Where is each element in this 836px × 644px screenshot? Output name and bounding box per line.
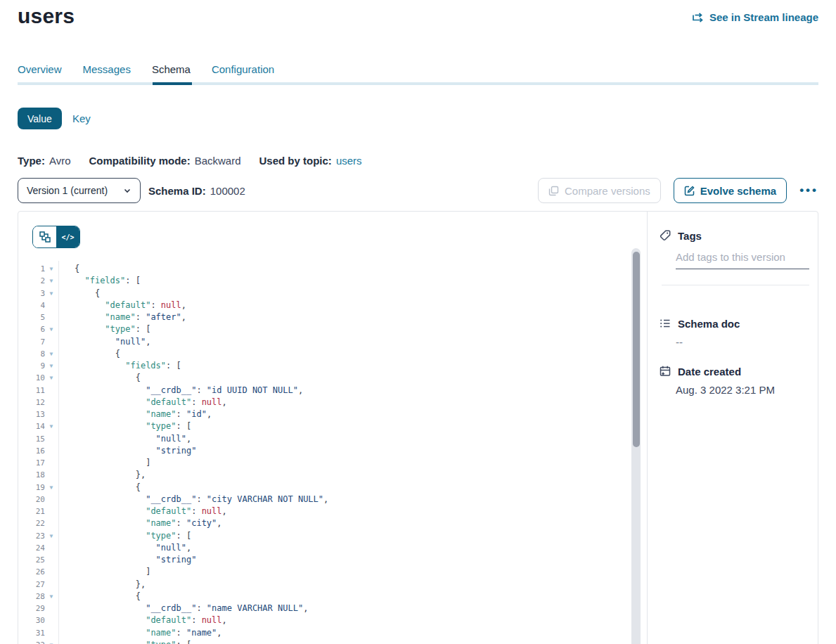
code-text: "type": [ (58, 420, 191, 432)
fold-toggle-icon[interactable]: ▼ (45, 591, 58, 603)
fold-toggle-icon (45, 433, 58, 445)
compare-versions-label: Compare versions (565, 185, 650, 197)
key-toggle-button[interactable]: Key (72, 112, 91, 124)
code-view-button[interactable]: </> (56, 226, 79, 247)
fold-toggle-icon (45, 336, 58, 348)
code-line: 21 "default": null, (18, 505, 629, 517)
line-number: 13 (18, 408, 45, 420)
code-line: 25 "string" (18, 554, 629, 566)
line-number: 15 (18, 433, 45, 445)
fold-toggle-icon[interactable]: ▼ (45, 482, 58, 494)
line-number: 18 (18, 469, 45, 481)
fold-toggle-icon[interactable]: ▼ (45, 288, 58, 300)
fold-toggle-icon (45, 311, 58, 323)
fold-toggle-icon (45, 397, 58, 408)
fold-toggle-icon (45, 554, 58, 566)
schema-code-editor[interactable]: 1▼{2▼ "fields": [3▼ {4 "default": null,5… (18, 263, 629, 644)
edit-icon (684, 186, 695, 196)
line-number: 6 (18, 323, 45, 335)
line-number: 25 (18, 554, 45, 566)
schema-panel: </> 1▼{2▼ "fields": [3▼ {4 "default": nu… (18, 211, 818, 644)
fold-toggle-icon[interactable]: ▼ (45, 323, 58, 335)
fold-toggle-icon[interactable]: ▼ (45, 348, 58, 360)
fold-toggle-icon (45, 408, 58, 420)
code-text: ] (58, 457, 150, 469)
topic-link[interactable]: users (336, 155, 362, 167)
add-tags-input[interactable] (676, 248, 809, 269)
evolve-schema-button[interactable]: Evolve schema (674, 178, 787, 203)
version-select[interactable]: Version 1 (current) (18, 178, 141, 203)
code-line: 10▼ { (18, 372, 629, 384)
code-line: 20 "__crdb__": "city VARCHAR NOT NULL", (18, 494, 629, 505)
line-number: 31 (18, 627, 45, 639)
code-text: "default": null, (58, 505, 227, 517)
code-text: }, (58, 579, 146, 591)
fold-toggle-icon[interactable]: ▼ (45, 372, 58, 384)
code-text: "__crdb__": "id UUID NOT NULL", (58, 385, 303, 397)
code-text: { (58, 288, 100, 300)
editor-scrollbar-thumb[interactable] (633, 252, 640, 447)
tab-configuration[interactable]: Configuration (212, 63, 274, 84)
code-line: 14▼ "type": [ (18, 420, 629, 432)
code-text: { (58, 372, 141, 384)
line-number: 10 (18, 372, 45, 384)
compatibility-value: Backward (195, 155, 241, 167)
code-text: "type": [ (58, 639, 191, 644)
code-text: "name": "city", (58, 517, 222, 529)
fold-toggle-icon (45, 579, 58, 591)
fold-toggle-icon[interactable]: ▼ (45, 530, 58, 542)
tree-diagram-icon (39, 231, 51, 243)
code-text: ] (58, 566, 150, 578)
compare-versions-button[interactable]: Compare versions (538, 178, 661, 203)
tab-messages[interactable]: Messages (83, 63, 131, 84)
stream-lineage-link[interactable]: See in Stream lineage (693, 11, 818, 23)
compatibility-label: Compatibility mode: (89, 155, 190, 167)
code-text: "name": "after", (58, 311, 186, 323)
more-options-button[interactable]: ••• (799, 178, 818, 203)
fold-toggle-icon[interactable]: ▼ (45, 639, 58, 644)
tab-bar: Overview Messages Schema Configuration (18, 63, 274, 84)
code-text: "string" (58, 554, 196, 566)
tree-view-button[interactable] (33, 226, 56, 247)
fold-toggle-icon (45, 385, 58, 397)
bulleted-list-icon (659, 317, 671, 330)
line-number: 28 (18, 591, 45, 603)
code-line: 27 }, (18, 579, 629, 591)
date-created-heading: Date created (659, 365, 741, 378)
code-text: "__crdb__": "city VARCHAR NOT NULL", (58, 494, 328, 505)
tag-icon (659, 229, 671, 242)
tab-underline-track (18, 82, 818, 85)
fold-toggle-icon[interactable]: ▼ (45, 360, 58, 372)
code-line: 29 "__crdb__": "name VARCHAR NULL", (18, 603, 629, 614)
line-number: 16 (18, 445, 45, 457)
code-text: { (58, 348, 120, 360)
line-number: 17 (18, 457, 45, 469)
fold-toggle-icon (45, 566, 58, 578)
code-line: 1▼{ (18, 263, 629, 275)
copy-icon (548, 186, 559, 196)
code-text: "default": null, (58, 300, 186, 311)
code-text: "null", (58, 433, 191, 445)
schema-id: Schema ID: 100002 (148, 178, 245, 203)
line-number: 12 (18, 397, 45, 408)
code-line: 13 "name": "id", (18, 408, 629, 420)
tab-overview[interactable]: Overview (18, 63, 62, 84)
schema-meta-row: Type: Avro Compatibility mode: Backward … (18, 155, 362, 167)
editor-view-toggle: </> (32, 226, 80, 248)
fold-toggle-icon[interactable]: ▼ (45, 263, 58, 275)
fold-toggle-icon[interactable]: ▼ (45, 275, 58, 287)
calendar-plus-icon (659, 365, 671, 378)
schema-doc-value: -- (676, 336, 683, 348)
code-line: 32▼ "type": [ (18, 639, 629, 644)
schema-id-value: 100002 (210, 185, 245, 197)
schema-actions: Compare versions Evolve schema ••• (538, 178, 818, 203)
sidebar-divider (662, 285, 809, 285)
code-text: "name": "id", (58, 408, 212, 420)
line-number: 23 (18, 530, 45, 542)
value-toggle-button[interactable]: Value (18, 108, 62, 129)
line-number: 27 (18, 579, 45, 591)
code-text: { (58, 482, 141, 494)
fold-toggle-icon[interactable]: ▼ (45, 420, 58, 432)
code-line: 5 "name": "after", (18, 311, 629, 323)
tab-schema[interactable]: Schema (152, 63, 191, 84)
